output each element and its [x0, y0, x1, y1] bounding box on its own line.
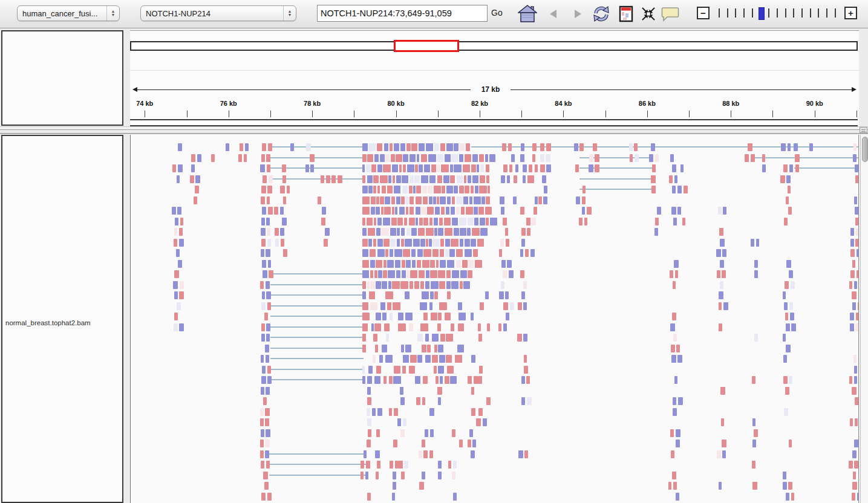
alignment-read[interactable]: [429, 196, 432, 204]
alignment-read[interactable]: [440, 249, 444, 257]
alignment-read[interactable]: [431, 281, 439, 289]
alignment-read[interactable]: [367, 418, 371, 426]
alignment-read[interactable]: [654, 154, 659, 162]
alignment-read[interactable]: [544, 186, 547, 193]
alignment-read[interactable]: [672, 472, 677, 479]
alignment-read[interactable]: [379, 355, 383, 363]
alignment-read[interactable]: [245, 143, 249, 151]
alignment-read[interactable]: [263, 270, 267, 278]
alignment-read[interactable]: [172, 164, 177, 172]
alignment-read[interactable]: [480, 175, 485, 183]
alignment-read[interactable]: [678, 397, 683, 405]
alignment-read[interactable]: [402, 260, 405, 268]
alignment-read[interactable]: [384, 323, 390, 331]
alignment-read[interactable]: [852, 387, 857, 395]
alignment-read[interactable]: [587, 207, 592, 215]
zoom-tick[interactable]: [735, 8, 736, 18]
alignment-read[interactable]: [409, 323, 413, 331]
alignment-read[interactable]: [274, 207, 279, 215]
zoom-tick[interactable]: [810, 8, 811, 18]
zoom-tick[interactable]: [785, 8, 786, 18]
alignment-read[interactable]: [540, 154, 544, 162]
alignment-read[interactable]: [390, 143, 393, 151]
alignment-read[interactable]: [520, 207, 524, 215]
alignment-read[interactable]: [398, 323, 405, 331]
alignment-read[interactable]: [457, 345, 464, 352]
alignment-read[interactable]: [651, 186, 656, 193]
alignment-read[interactable]: [403, 418, 406, 426]
alignment-read[interactable]: [383, 270, 387, 278]
alignment-read[interactable]: [456, 249, 463, 257]
alignment-read[interactable]: [676, 429, 680, 437]
alignment-read[interactable]: [788, 143, 791, 151]
alignment-read[interactable]: [490, 218, 497, 226]
alignment-read[interactable]: [754, 270, 758, 278]
alignment-read[interactable]: [282, 175, 286, 183]
alignment-read[interactable]: [362, 345, 366, 352]
alignment-read[interactable]: [416, 207, 420, 215]
alignment-read[interactable]: [411, 143, 418, 151]
alignment-read[interactable]: [172, 207, 176, 215]
alignment-read[interactable]: [460, 228, 466, 236]
alignment-read[interactable]: [264, 482, 269, 490]
alignment-read[interactable]: [434, 143, 439, 151]
alignment-read[interactable]: [855, 397, 859, 405]
alignment-read[interactable]: [421, 175, 428, 183]
alignment-read[interactable]: [682, 218, 685, 226]
zoom-tick[interactable]: [835, 8, 836, 18]
alignment-read[interactable]: [437, 387, 442, 395]
zoom-out-button[interactable]: −: [697, 7, 710, 19]
alignment-read[interactable]: [503, 302, 508, 310]
alignment-read[interactable]: [446, 281, 450, 289]
alignment-read[interactable]: [179, 228, 183, 236]
alignment-read[interactable]: [855, 175, 859, 183]
alignment-read[interactable]: [411, 249, 416, 257]
alignment-read[interactable]: [854, 196, 857, 204]
alignment-read[interactable]: [174, 270, 178, 278]
alignment-read[interactable]: [376, 313, 382, 320]
alignment-read[interactable]: [367, 408, 370, 416]
alignment-read[interactable]: [472, 175, 478, 183]
alignment-read[interactable]: [788, 482, 792, 490]
alignment-read[interactable]: [454, 186, 458, 193]
alignment-read[interactable]: [362, 196, 370, 204]
alignment-read[interactable]: [177, 302, 181, 310]
alignment-read[interactable]: [673, 218, 677, 226]
alignment-read[interactable]: [244, 154, 247, 162]
alignment-read[interactable]: [582, 186, 586, 193]
alignment-read[interactable]: [420, 302, 427, 310]
alignment-read[interactable]: [651, 175, 656, 183]
alignment-read[interactable]: [393, 440, 397, 447]
zoom-tick[interactable]: [768, 8, 769, 18]
alignment-read[interactable]: [634, 143, 638, 151]
alignment-read[interactable]: [455, 355, 462, 363]
alignment-read[interactable]: [398, 461, 402, 469]
alignment-read[interactable]: [435, 207, 440, 215]
chromosome-select[interactable]: NOTCH1-NUP214 ▲▼: [140, 5, 296, 21]
alignment-read[interactable]: [392, 281, 400, 289]
alignment-read[interactable]: [507, 175, 510, 183]
alignment-read[interactable]: [385, 291, 393, 299]
alignment-read[interactable]: [445, 154, 451, 162]
alignment-read[interactable]: [716, 249, 721, 257]
alignment-read[interactable]: [856, 313, 859, 320]
alignment-read[interactable]: [373, 239, 376, 247]
alignment-read[interactable]: [397, 228, 400, 236]
alignment-read[interactable]: [261, 249, 264, 257]
alignment-read[interactable]: [499, 291, 503, 299]
alignment-read[interactable]: [505, 228, 508, 236]
alignment-read[interactable]: [383, 164, 391, 172]
alignment-read[interactable]: [178, 143, 182, 151]
alignment-read[interactable]: [471, 186, 474, 193]
alignment-read[interactable]: [719, 228, 723, 236]
alignment-read[interactable]: [406, 270, 410, 278]
alignment-read[interactable]: [672, 164, 676, 172]
alignment-read[interactable]: [507, 260, 512, 268]
alignment-read[interactable]: [190, 175, 194, 183]
alignment-read[interactable]: [850, 270, 855, 278]
alignment-read[interactable]: [853, 154, 857, 162]
alignment-read[interactable]: [266, 249, 270, 257]
alignment-read[interactable]: [417, 154, 420, 162]
alignment-read[interactable]: [680, 164, 684, 172]
alignment-read[interactable]: [500, 239, 504, 247]
